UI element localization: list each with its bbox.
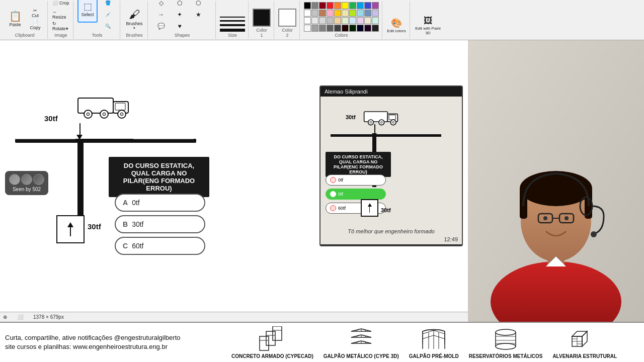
color-blue[interactable] <box>357 2 364 9</box>
color-gray25[interactable] <box>311 10 318 17</box>
color-gray50[interactable] <box>311 2 318 9</box>
paint3d-button[interactable]: 🖼 Edit with Paint 3D <box>414 13 442 38</box>
color2-group: Color2 <box>275 1 300 39</box>
color-mintgreen[interactable] <box>342 17 349 24</box>
image-group: ⬜ Crop ↔ Resize ↻ Rotate▾ Image <box>49 1 73 39</box>
color-lightpurple[interactable] <box>357 17 364 24</box>
resize-button[interactable]: ↔ Resize <box>52 9 70 20</box>
column <box>77 139 84 217</box>
truck-image <box>73 90 133 123</box>
crop-button[interactable]: ⬜ Crop <box>52 0 70 9</box>
canvas-area[interactable]: 30tf DO CURSO ESTATICA, QUAL CARGA NO PI… <box>0 40 468 322</box>
svg-point-8 <box>120 113 123 116</box>
shapes-label: Shapes <box>175 33 190 38</box>
hexagon-shape[interactable]: ⬡ <box>189 0 207 9</box>
brushes-group: 🖌 Brushes ▾ Brushes <box>121 1 148 39</box>
heart-shape[interactable]: ♥ <box>171 21 189 32</box>
color-mint[interactable] <box>372 17 379 24</box>
color-almostblack[interactable] <box>372 25 379 32</box>
color-red[interactable] <box>327 2 334 9</box>
color-tan[interactable] <box>342 10 349 17</box>
color-charcoal[interactable] <box>334 25 341 32</box>
drawing-canvas[interactable]: 30tf DO CURSO ESTATICA, QUAL CARGA NO PI… <box>0 40 468 312</box>
zoom-tool[interactable]: 🔍 <box>99 21 117 32</box>
color-brown[interactable] <box>319 10 326 17</box>
video-thumbnail[interactable]: Alemao Siliprandi <box>319 85 463 246</box>
size-group: Size <box>217 1 249 39</box>
rotate-button[interactable]: ↻ Rotate▾ <box>52 21 70 32</box>
structure-icons: CONCRETO ARMADO (CYPECAD) <box>231 326 639 359</box>
color-darkgreen[interactable] <box>349 25 356 32</box>
color-lightsky[interactable] <box>349 17 356 24</box>
arrow-shape[interactable]: → <box>152 9 170 20</box>
color-darkred[interactable] <box>319 2 326 9</box>
quiz-option-c[interactable]: C 60tf <box>115 237 205 255</box>
eyedropper-tool[interactable]: 💉 <box>99 9 117 20</box>
color-steelblue[interactable] <box>364 10 371 17</box>
color-darkblue[interactable] <box>357 25 364 32</box>
color-verydark[interactable] <box>342 25 349 32</box>
color-gray[interactable] <box>319 25 326 32</box>
colors-label: Colors <box>335 33 348 38</box>
mc-option-wrong1[interactable]: 0tf <box>326 174 386 186</box>
svg-point-62 <box>496 343 516 349</box>
color-pink[interactable] <box>327 10 334 17</box>
person-webcam <box>468 40 644 322</box>
quiz-option-b[interactable]: B 30tf <box>115 215 205 233</box>
copy-button[interactable]: 📄 Copy <box>26 20 44 31</box>
color-indigo[interactable] <box>364 2 371 9</box>
paste-button[interactable]: 📋 Paste <box>5 7 25 32</box>
mc-radio-wrong2 <box>330 205 336 211</box>
color-white[interactable] <box>304 10 311 17</box>
color-gray15[interactable] <box>319 17 326 24</box>
video-caption: Tô melhor que engenheiro formado <box>320 228 462 234</box>
brushes-button[interactable]: 🖌 Brushes ▾ <box>124 7 144 32</box>
color1-swatch[interactable] <box>253 9 271 27</box>
struct-galpao-premold: GALPÃO PRÉ-MOLD <box>409 326 459 359</box>
quiz-option-a[interactable]: A 0tf <box>115 194 205 212</box>
svg-point-28 <box>543 216 547 220</box>
svg-point-6 <box>87 113 90 116</box>
galpao-metalico-icon <box>346 326 376 351</box>
color-peach[interactable] <box>334 17 341 24</box>
callout-shape[interactable]: 💬 <box>152 21 170 32</box>
color-black[interactable] <box>304 2 311 9</box>
color-darkgray[interactable] <box>327 25 334 32</box>
color-orange[interactable] <box>334 2 341 9</box>
bottom-text-line2: site cursos e planilhas: www.engenheiroe… <box>5 342 231 351</box>
color-gray10[interactable] <box>311 17 318 24</box>
cut-button[interactable]: ✂ Cut <box>26 8 44 19</box>
struct-reservatorios: RESERVATÓRIOS METÁLICOS <box>469 326 543 359</box>
avatar-row <box>9 174 44 185</box>
diamond-shape[interactable]: ◇ <box>152 0 170 9</box>
color-yellow[interactable] <box>342 2 349 9</box>
svg-rect-2 <box>115 103 125 110</box>
color-lavender[interactable] <box>372 10 379 17</box>
color-cream[interactable] <box>364 17 371 24</box>
star4-shape[interactable]: ✦ <box>171 9 189 20</box>
edit-colors-button[interactable]: 🎨 Edit colors <box>386 13 407 38</box>
color-green[interactable] <box>349 2 356 9</box>
mc-option-selected[interactable]: 0tf <box>326 189 386 200</box>
color-gold[interactable] <box>334 10 341 17</box>
star5-shape[interactable]: ★ <box>189 9 207 20</box>
color-lime[interactable] <box>349 10 356 17</box>
arrow-shaft-down <box>79 123 80 136</box>
pentagon-shape[interactable]: ⬠ <box>171 0 189 9</box>
color-lightblue[interactable] <box>357 10 364 17</box>
svg-point-31 <box>591 231 597 237</box>
color-darkpurple[interactable] <box>364 25 371 32</box>
svg-point-29 <box>565 216 569 220</box>
color-white2[interactable] <box>304 17 311 24</box>
fill-tool[interactable]: 🪣 <box>99 0 117 9</box>
select-button[interactable]: ⬚ Select <box>77 0 98 23</box>
paint3d-group: 🖼 Edit with Paint 3D <box>411 1 445 39</box>
color2-swatch[interactable] <box>278 9 296 27</box>
color-purple[interactable] <box>372 2 379 9</box>
color-silver[interactable] <box>327 17 334 24</box>
mc-radio-wrong1 <box>330 177 336 183</box>
status-icon-crosshair: ⊕ <box>3 314 7 320</box>
color-offwhite[interactable] <box>304 25 311 32</box>
svg-point-15 <box>370 121 372 123</box>
color-medgray[interactable] <box>311 25 318 32</box>
